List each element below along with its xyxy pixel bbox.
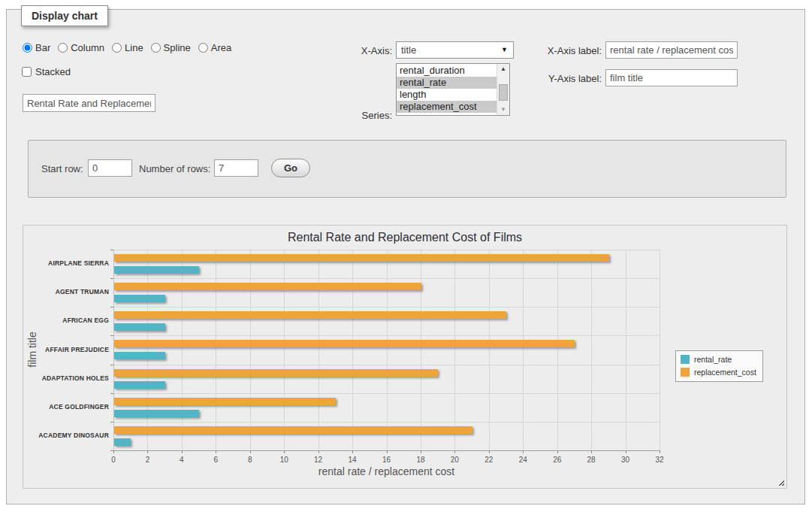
scroll-up-icon[interactable]: ▲ bbox=[497, 66, 509, 72]
y-axis-title: film title bbox=[26, 250, 40, 450]
x-tick-mark bbox=[660, 450, 660, 453]
series-option-rental_rate[interactable]: rental_rate bbox=[397, 77, 497, 89]
chart-type-bar[interactable]: Bar bbox=[23, 42, 50, 53]
x-gridline bbox=[182, 250, 183, 450]
bar-replacement_cost bbox=[114, 283, 421, 290]
x-tick-label: 26 bbox=[546, 456, 569, 464]
chart-type-radio-line[interactable] bbox=[112, 43, 122, 53]
x-gridline bbox=[284, 250, 285, 450]
series-listbox-scrollbar[interactable]: ▲ ▼ bbox=[497, 64, 509, 115]
bar-replacement_cost bbox=[114, 340, 575, 347]
x-gridline bbox=[557, 250, 558, 450]
x-tick-label: 0 bbox=[102, 456, 125, 464]
series-option-length[interactable]: length bbox=[397, 89, 497, 101]
chart-type-radio-bar[interactable] bbox=[23, 43, 32, 53]
bar-rental_rate bbox=[114, 381, 165, 389]
chart-type-group: BarColumnLineSplineArea bbox=[23, 42, 231, 53]
x-tick-label: 6 bbox=[204, 456, 227, 464]
bar-replacement_cost bbox=[114, 398, 336, 405]
legend-item-rental_rate[interactable]: rental_rate bbox=[681, 355, 756, 364]
panel-legend: Display chart bbox=[21, 5, 108, 26]
x-tick-label: 2 bbox=[136, 456, 158, 464]
chart-type-line[interactable]: Line bbox=[112, 42, 143, 53]
series-options: rental_durationrental_ratelengthreplacem… bbox=[397, 64, 497, 115]
y-gridline bbox=[113, 250, 660, 250]
chart-type-column[interactable]: Column bbox=[58, 42, 104, 53]
chart-type-area[interactable]: Area bbox=[198, 42, 231, 53]
chart-type-label: Bar bbox=[35, 42, 50, 53]
number-of-rows-input[interactable] bbox=[214, 159, 258, 177]
go-button[interactable]: Go bbox=[271, 159, 310, 177]
y-gridline bbox=[113, 422, 660, 423]
x-tick-label: 16 bbox=[376, 456, 398, 464]
series-listbox[interactable]: rental_durationrental_ratelengthreplacem… bbox=[396, 63, 510, 116]
bar-replacement_cost bbox=[114, 311, 506, 319]
legend-item-replacement_cost[interactable]: replacement_cost bbox=[681, 368, 756, 377]
legend-label: replacement_cost bbox=[694, 368, 756, 377]
x-axis-title: rental rate / replacement cost bbox=[113, 465, 660, 477]
y-gridline bbox=[113, 365, 660, 365]
bar-rental_rate bbox=[114, 323, 165, 331]
scroll-down-icon[interactable]: ▼ bbox=[497, 107, 509, 113]
start-row-input[interactable] bbox=[88, 159, 132, 177]
resize-grip-icon[interactable] bbox=[777, 478, 784, 486]
x-axis-select-label: X-Axis: bbox=[317, 45, 392, 56]
legend-label: rental_rate bbox=[694, 355, 732, 364]
x-gridline bbox=[626, 250, 626, 450]
y-axis-line bbox=[113, 250, 114, 450]
chart-type-label: Spline bbox=[164, 42, 191, 53]
bar-rental_rate bbox=[114, 352, 165, 359]
x-tick-label: 28 bbox=[580, 456, 602, 464]
stacked-row: Stacked bbox=[22, 66, 71, 77]
x-gridline bbox=[421, 250, 421, 450]
bar-rental_rate bbox=[114, 295, 165, 302]
x-gridline bbox=[318, 250, 319, 450]
x-tick-label: 14 bbox=[341, 456, 364, 464]
y-gridline bbox=[113, 307, 660, 308]
x-tick-label: 30 bbox=[614, 456, 637, 464]
x-gridline bbox=[523, 250, 524, 450]
chart-type-label: Column bbox=[71, 42, 104, 53]
y-axis-label-field-label: Y-Axis label: bbox=[527, 73, 602, 84]
y-gridline bbox=[113, 393, 660, 394]
legend-swatch-replacement_cost bbox=[681, 368, 690, 377]
bar-replacement_cost bbox=[114, 254, 609, 262]
x-tick-label: 12 bbox=[307, 456, 330, 464]
chart-type-radio-area[interactable] bbox=[198, 43, 208, 53]
chart-title-input[interactable] bbox=[23, 94, 155, 112]
bar-rental_rate bbox=[114, 438, 131, 446]
x-gridline bbox=[454, 250, 455, 450]
stacked-checkbox[interactable] bbox=[22, 67, 32, 77]
scrollbar-thumb[interactable] bbox=[499, 84, 508, 101]
x-gridline bbox=[216, 250, 216, 450]
y-gridline bbox=[113, 335, 660, 336]
x-tick-label: 10 bbox=[273, 456, 295, 464]
y-gridline bbox=[113, 278, 660, 279]
stacked-label: Stacked bbox=[35, 66, 71, 77]
bar-rental_rate bbox=[114, 410, 199, 417]
x-gridline bbox=[147, 250, 148, 450]
y-axis-label-input[interactable] bbox=[605, 69, 738, 86]
bar-replacement_cost bbox=[114, 426, 472, 434]
x-tick-label: 18 bbox=[409, 456, 432, 464]
chart-type-radio-spline[interactable] bbox=[151, 43, 161, 53]
x-gridline bbox=[660, 250, 660, 450]
x-axis-label-input[interactable] bbox=[605, 41, 738, 59]
x-gridline bbox=[387, 250, 388, 450]
x-gridline bbox=[352, 250, 353, 450]
x-tick-label: 4 bbox=[171, 456, 193, 464]
series-option-replacement_cost[interactable]: replacement_cost bbox=[397, 101, 497, 113]
bar-replacement_cost bbox=[114, 369, 438, 377]
series-option-rental_duration[interactable]: rental_duration bbox=[397, 65, 497, 77]
x-axis-line bbox=[113, 450, 660, 451]
bar-rental_rate bbox=[114, 266, 199, 274]
x-axis-selected-value: title bbox=[401, 44, 416, 56]
chart-type-spline[interactable]: Spline bbox=[151, 42, 191, 53]
chart-type-radio-column[interactable] bbox=[58, 43, 68, 53]
x-axis-select[interactable]: title ▼ bbox=[396, 41, 514, 59]
x-gridline bbox=[489, 250, 490, 450]
x-tick-label: 20 bbox=[443, 456, 466, 464]
start-row-label: Start row: bbox=[41, 163, 83, 174]
number-of-rows-label: Number of rows: bbox=[139, 163, 210, 174]
legend-swatch-rental_rate bbox=[681, 355, 690, 364]
